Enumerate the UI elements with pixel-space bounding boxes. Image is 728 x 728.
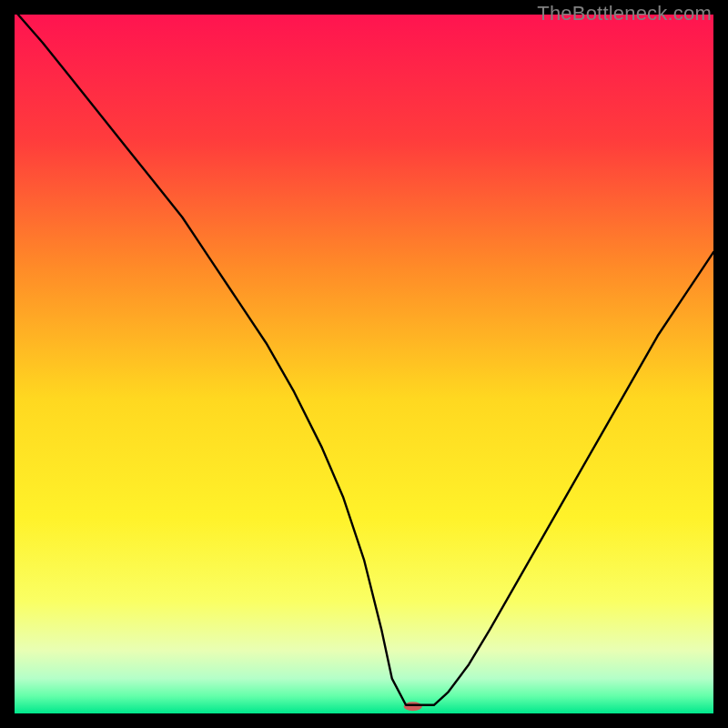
marker-layer xyxy=(404,702,422,711)
watermark-text: TheBottleneck.com xyxy=(537,2,712,25)
bottleneck-chart xyxy=(15,15,713,713)
optimal-point-marker xyxy=(404,702,422,711)
plot-area xyxy=(15,15,713,713)
gradient-background xyxy=(15,15,713,713)
chart-frame: TheBottleneck.com xyxy=(0,0,728,728)
